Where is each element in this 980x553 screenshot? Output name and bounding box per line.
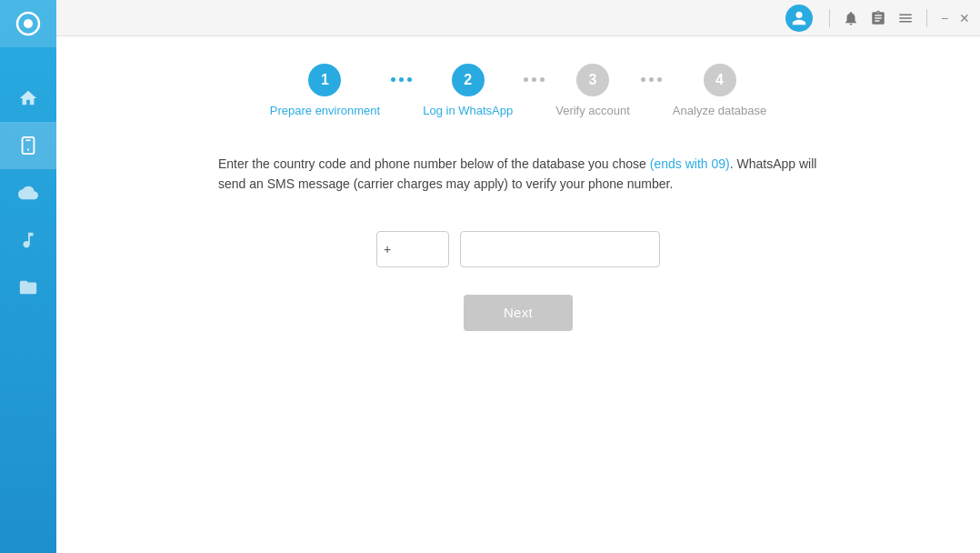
step-2-circle: 2 — [452, 64, 485, 96]
steps-indicator: 1 Prepare environment 2 Log in WhatsApp — [93, 64, 944, 117]
main-area: − ✕ 1 Prepare environment 2 — [56, 0, 980, 553]
bell-icon — [843, 10, 859, 26]
home-icon — [18, 88, 38, 108]
phone-number-input[interactable] — [460, 231, 660, 267]
dot — [540, 77, 545, 82]
clipboard-icon — [870, 10, 886, 26]
step-dots-3-4 — [641, 77, 662, 82]
step-2-label: Log in WhatsApp — [423, 104, 513, 117]
dot — [532, 77, 536, 82]
titlebar: − ✕ — [56, 0, 980, 36]
sidebar — [0, 0, 56, 553]
step-verify: 3 Verify account — [555, 64, 630, 117]
user-avatar-icon — [791, 10, 807, 26]
sidebar-item-cloud[interactable] — [0, 169, 56, 216]
country-code-input[interactable] — [376, 231, 449, 267]
cloud-icon — [18, 183, 38, 203]
svg-rect-2 — [23, 137, 35, 154]
svg-point-3 — [27, 148, 29, 150]
step-dots-2-3 — [524, 77, 545, 82]
dot — [641, 77, 645, 82]
user-avatar[interactable] — [785, 5, 813, 32]
bell-button[interactable] — [841, 8, 861, 28]
step-analyze: 4 Analyze database — [673, 64, 766, 117]
music-icon — [18, 230, 38, 250]
dot — [524, 77, 528, 82]
next-button[interactable]: Next — [464, 295, 573, 331]
dot — [391, 77, 395, 82]
country-code-wrapper: + — [376, 231, 449, 267]
step-3-circle: 3 — [576, 64, 609, 96]
phone-input-area: + — [93, 231, 944, 267]
svg-rect-4 — [25, 140, 31, 141]
folder-icon — [18, 277, 38, 297]
logo-icon — [15, 11, 41, 36]
step-dots-1-2 — [391, 77, 412, 82]
content-area: 1 Prepare environment 2 Log in WhatsApp — [56, 36, 980, 553]
step-prepare: 1 Prepare environment — [270, 64, 380, 117]
step-1-circle: 1 — [308, 64, 341, 96]
menu-button[interactable] — [895, 8, 915, 28]
step-3-label: Verify account — [555, 104, 630, 117]
dot — [657, 77, 662, 82]
menu-icon — [897, 10, 914, 26]
minimize-button[interactable]: − — [938, 12, 951, 25]
close-button[interactable]: ✕ — [958, 12, 971, 25]
sidebar-item-home[interactable] — [0, 75, 56, 122]
sidebar-item-device[interactable] — [0, 122, 56, 169]
instruction-text: Enter the country code and phone number … — [200, 154, 836, 195]
step-1-label: Prepare environment — [270, 104, 380, 117]
instruction-highlight: (ends with 09) — [650, 156, 730, 171]
svg-point-1 — [24, 19, 33, 28]
dot — [407, 77, 412, 82]
instruction-text-before: Enter the country code and phone number … — [218, 156, 650, 171]
sidebar-item-music[interactable] — [0, 216, 56, 264]
step-4-label: Analyze database — [673, 104, 766, 117]
sidebar-nav — [0, 75, 56, 311]
clipboard-button[interactable] — [868, 8, 888, 28]
step-login: 2 Log in WhatsApp — [423, 64, 513, 117]
device-icon — [18, 136, 38, 156]
step-4-circle: 4 — [704, 64, 736, 96]
titlebar-divider — [829, 9, 830, 27]
titlebar-divider2 — [926, 9, 927, 27]
dot — [649, 77, 654, 82]
app-logo[interactable] — [0, 0, 56, 47]
dot — [399, 77, 404, 82]
sidebar-item-folder[interactable] — [0, 264, 56, 311]
